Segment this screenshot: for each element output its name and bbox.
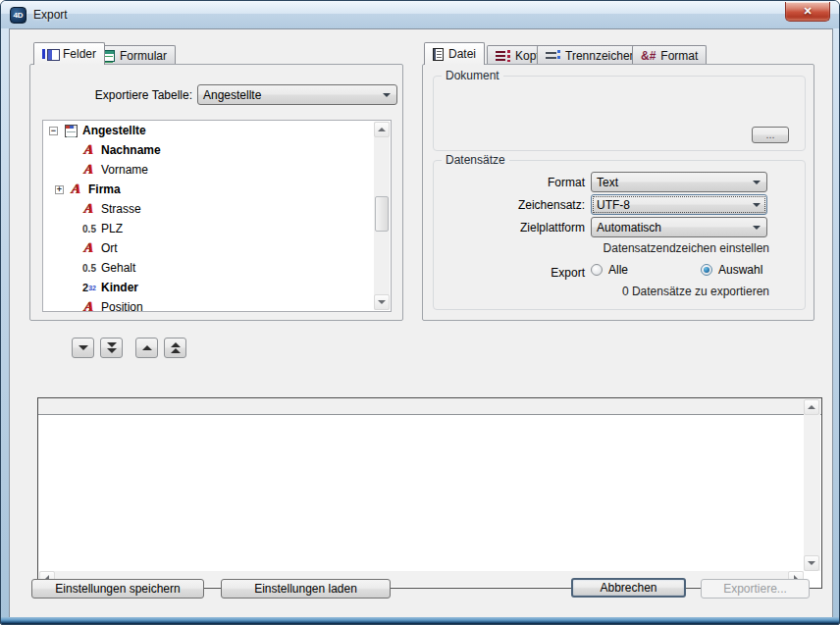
scroll-down-icon[interactable] [804,555,819,571]
double-arrow-down-icon [107,342,117,347]
move-down-button[interactable] [72,338,94,358]
tab-trennzeichen[interactable]: Trennzeichen [537,45,645,65]
scroll-down-icon[interactable] [374,294,390,310]
export-table-label: Exportiere Tabelle: [40,88,192,102]
tree-row-ort[interactable]: A Ort [43,238,391,258]
dialog-client-area: Felder Formular Exportiere Tabelle: Ange… [9,28,833,618]
alpha-field-icon: A [80,299,98,312]
longint-field-icon: 232 [81,282,97,293]
scroll-up-icon[interactable] [374,122,390,137]
format-select[interactable]: Text [591,172,767,192]
radio-icon [591,264,603,276]
zeichensatz-value: UTF-8 [597,198,630,212]
field-tree: − Angestellte A Nachname A Vorname + A [42,120,392,312]
tree-row-position[interactable]: A Position [43,297,391,312]
export-preview-list[interactable] [37,397,822,589]
alpha-field-icon: A [80,201,98,217]
tree-row-gehalt[interactable]: 0.5 Gehalt [43,258,391,278]
expand-icon[interactable]: + [55,185,64,194]
tab-formular-label: Formular [120,49,167,63]
export-button: Exportiere... [701,579,810,599]
tree-label: Nachname [101,143,161,157]
tab-kopf-label: Kopf [515,49,540,63]
tree-row-nachname[interactable]: A Nachname [43,140,391,160]
tree-row-angestellte[interactable]: − Angestellte [43,121,391,140]
tree-label: Firma [88,182,121,196]
move-all-up-button[interactable] [164,338,186,358]
chevron-down-icon [753,181,761,184]
radio-auswahl-label: Auswahl [718,263,762,277]
export-table-select[interactable]: Angestellte [197,84,397,105]
close-button[interactable]: ✕ [785,2,830,22]
number-field-icon: 0.5 [81,224,97,234]
cancel-button[interactable]: Abbrechen [571,578,686,598]
tree-row-kinder[interactable]: 232 Kinder [43,278,391,297]
scroll-up-icon[interactable] [804,399,819,415]
dokument-group-title: Dokument [442,69,503,82]
table-icon [65,125,78,137]
preview-vertical-scrollbar[interactable] [804,399,820,571]
chevron-down-icon [753,203,761,207]
tree-row-plz[interactable]: 0.5 PLZ [43,219,391,238]
collapse-icon[interactable]: − [49,127,58,135]
tree-row-firma[interactable]: + A Firma [43,180,391,199]
delimiter-icon [546,50,560,61]
zielplattform-value: Automatisch [597,221,661,234]
field-icon [42,49,58,59]
zielplattform-select[interactable]: Automatisch [591,217,767,237]
tree-label: PLZ [101,222,123,235]
chevron-down-icon [383,93,391,97]
alpha-field-icon: A [80,240,98,256]
load-settings-label: Einstellungen laden [254,582,357,596]
tree-label: Angestellte [82,124,146,137]
tab-format[interactable]: &# Format [632,45,707,65]
radio-alle[interactable]: Alle [591,263,628,277]
export-table-value: Angestellte [203,88,261,102]
close-icon: ✕ [803,5,812,17]
tab-felder-label: Felder [63,47,96,61]
save-settings-button[interactable]: Einstellungen speichern [31,579,204,599]
alpha-field-icon: A [80,162,98,178]
zeichensatz-select[interactable]: UTF-8 [591,194,767,215]
export-choice-label: Export [444,266,585,280]
browse-button[interactable]: ... [752,127,789,143]
arrow-up-icon [142,345,152,350]
4d-logo-icon: 4D [10,7,26,24]
tree-label: Ort [101,241,118,255]
save-settings-label: Einstellungen speichern [55,582,180,596]
arrow-down-icon [79,345,88,350]
alpha-field-icon: A [68,182,85,197]
tree-label: Strasse [101,202,141,216]
record-end-settings-link[interactable]: Datensatzendzeichen einstellen [473,241,769,255]
export-dialog-window: 4D Export ✕ Felder Formular Exportiere T… [0,0,840,625]
format-label: Format [444,176,585,189]
tree-label: Kinder [101,281,138,294]
load-settings-button[interactable]: Einstellungen laden [221,579,391,599]
tree-label: Vorname [101,163,148,177]
tree-label: Position [101,300,143,312]
cancel-button-label: Abbrechen [600,581,656,595]
header-lines-icon [496,50,510,62]
tree-label: Gehalt [101,261,135,275]
window-title: Export [33,8,68,22]
tree-row-vorname[interactable]: A Vorname [43,160,391,180]
tab-felder[interactable]: Felder [33,42,105,65]
export-button-label: Exportiere... [723,582,787,596]
record-count-text: 0 Datensätze zu exportieren [473,285,769,298]
move-up-button[interactable] [135,338,158,358]
scrollbar-thumb[interactable] [375,196,389,232]
tree-row-strasse[interactable]: A Strasse [43,199,391,219]
tab-format-label: Format [660,49,698,63]
move-all-down-button[interactable] [100,338,123,358]
double-arrow-up-icon [171,342,181,347]
tree-scrollbar[interactable] [374,122,390,310]
document-icon [433,48,444,61]
zeichensatz-label: Zeichensatz: [444,198,585,212]
tab-datei[interactable]: Datei [424,42,485,65]
datensaetze-group-title: Datensätze [442,153,509,167]
radio-selected-icon [701,264,712,276]
felder-panel: Exportiere Tabelle: Angestellte − Angest… [29,64,403,321]
titlebar: 4D Export [1,1,839,28]
format-value: Text [597,176,618,189]
radio-auswahl[interactable]: Auswahl [701,263,762,277]
